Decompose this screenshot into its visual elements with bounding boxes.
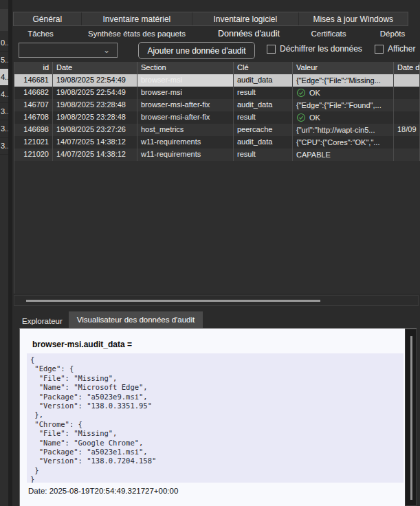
tab-d-p-ts[interactable]: Dépôts [365, 26, 420, 41]
cell-value[interactable]: OK [293, 87, 394, 99]
column-header-Section[interactable]: Section [137, 62, 234, 74]
viewer-tab-bar: ExplorateurVisualisateur des données d'a… [16, 311, 415, 329]
cell-date2[interactable] [394, 111, 420, 124]
show-checkbox[interactable]: Afficher [375, 44, 415, 54]
table-header-row[interactable]: idDateSectionCléValeurDate d [14, 62, 420, 74]
list-item[interactable]: 3.. [0, 120, 8, 138]
json-content: { "Edge": { "File": "Missing", "Name": "… [27, 353, 404, 483]
list-item[interactable]: 5.. [0, 52, 8, 69]
cell-id[interactable]: 121021 [14, 136, 53, 148]
cell-value-text: {"url":"http://wapt-cin5... [296, 124, 375, 136]
cell-value-text: OK [309, 87, 320, 99]
list-item[interactable]: 3.. [0, 103, 8, 120]
cell-value[interactable]: {"CPU":{"Cores":"OK","... [293, 136, 394, 148]
checkbox-box-icon[interactable] [375, 45, 384, 54]
list-item[interactable]: 4.. [0, 86, 8, 103]
tab-t-ches[interactable]: Tâches [13, 26, 68, 41]
chevron-down-icon[interactable]: ⌄ [103, 45, 110, 55]
column-header-Date d[interactable]: Date d [394, 62, 420, 74]
ok-check-icon [296, 113, 306, 122]
cell-value[interactable]: {"Edge":{"File":"Missing... [293, 74, 394, 87]
table-row[interactable]: 14670819/08/2025 23:28:48browser-msi-aft… [14, 111, 420, 124]
cell-date[interactable]: 14/07/2025 14:38:12 [53, 148, 137, 161]
tab-bar-primary: GénéralInventaire matérielInventaire log… [13, 12, 408, 26]
table-row[interactable]: 12102114/07/2025 14:38:12w11-requirement… [14, 136, 420, 148]
viewer-title: browser-msi.audit_data = [32, 340, 132, 349]
cell-id[interactable]: 146708 [14, 111, 53, 124]
tab-g-n-ral[interactable]: Général [14, 12, 82, 25]
cell-section[interactable]: host_metrics [137, 124, 234, 136]
column-header-Clé[interactable]: Clé [234, 62, 293, 74]
cell-key[interactable]: audit_data [234, 74, 293, 87]
column-header-Date[interactable]: Date [53, 62, 137, 74]
cell-key[interactable]: audit_data [234, 99, 293, 111]
cell-date[interactable]: 19/08/2025 23:28:48 [53, 111, 137, 124]
cell-section[interactable]: browser-msi [137, 74, 234, 87]
cell-date2[interactable] [394, 74, 420, 87]
table-row[interactable]: 14669819/08/2025 23:27:26host_metricspee… [14, 124, 420, 136]
list-item[interactable]: 4.. [0, 69, 8, 86]
audit-filter-combobox[interactable]: ⌄ [19, 43, 118, 58]
ok-check-icon [296, 88, 306, 98]
list-item[interactable]: 3.. [0, 138, 8, 155]
horizontal-scrollbar[interactable] [14, 295, 419, 306]
cell-key[interactable]: peercache [234, 124, 293, 136]
cell-value-text: {"Edge":{"File":"Missing... [296, 75, 381, 87]
cell-value[interactable]: {"Edge":{"File":"Found",... [293, 99, 394, 111]
tab-inventaire-logiciel[interactable]: Inventaire logiciel [192, 12, 298, 25]
cell-section[interactable]: browser-msi [137, 87, 234, 99]
vertical-scrollbar[interactable] [405, 329, 417, 506]
horizontal-scrollbar-thumb[interactable] [26, 300, 320, 302]
cell-date[interactable]: 19/08/2025 22:54:49 [53, 87, 137, 99]
cell-value[interactable]: CAPABLE [293, 148, 394, 161]
column-header-id[interactable]: id [14, 62, 53, 74]
cell-id[interactable]: 146707 [14, 99, 53, 111]
cell-date[interactable]: 19/08/2025 22:54:49 [53, 74, 137, 87]
tab-explorateur[interactable]: Explorateur [16, 314, 69, 329]
table-row[interactable]: 12102014/07/2025 14:38:12w11-requirement… [14, 148, 420, 161]
table-body: 14668119/08/2025 22:54:49browser-msiaudi… [14, 74, 420, 161]
cell-key[interactable]: result [234, 111, 293, 124]
cell-id[interactable]: 146681 [14, 74, 53, 87]
cell-value-text: {"CPU":{"Cores":"OK","... [296, 137, 379, 148]
tab-visualisateur-des-donn-es-d-audit[interactable]: Visualisateur des données d'audit [69, 311, 203, 329]
list-item[interactable]: 0.. [0, 34, 8, 52]
cell-value[interactable]: {"url":"http://wapt-cin5... [293, 124, 394, 136]
tab-bar-secondary: TâchesSynthèse états des paquetsDonnées … [13, 26, 420, 41]
cell-key[interactable]: result [234, 148, 293, 161]
cell-id[interactable]: 146682 [14, 87, 53, 99]
cell-id[interactable]: 121020 [14, 148, 53, 161]
left-strip-items: 0..5..4..4..3..3..3.. [0, 34, 8, 155]
column-header-Valeur[interactable]: Valeur [293, 62, 394, 74]
cell-section[interactable]: browser-msi-after-fix [137, 99, 234, 111]
table-row[interactable]: 14670719/08/2025 23:28:48browser-msi-aft… [14, 99, 420, 111]
cell-section[interactable]: w11-requirements [137, 148, 234, 161]
cell-date[interactable]: 14/07/2025 14:38:12 [53, 136, 137, 148]
cell-date2[interactable]: 18/09 [394, 124, 420, 136]
cell-key[interactable]: result [234, 87, 293, 99]
tab-donn-es-d-audit[interactable]: Données d'audit [206, 26, 292, 41]
cell-date2[interactable] [394, 99, 420, 111]
table-row[interactable]: 14668119/08/2025 22:54:49browser-msiaudi… [14, 74, 420, 87]
table-row[interactable]: 14668219/08/2025 22:54:49browser-msiresu… [14, 87, 420, 99]
cell-date[interactable]: 19/08/2025 23:28:48 [53, 99, 137, 111]
cell-date2[interactable] [394, 87, 420, 99]
cell-date2[interactable] [394, 136, 420, 148]
cell-date2[interactable] [394, 148, 420, 161]
cell-section[interactable]: browser-msi-after-fix [137, 111, 234, 124]
cell-id[interactable]: 146698 [14, 124, 53, 136]
audit-data-viewer-panel: browser-msi.audit_data = { "Edge": { "Fi… [19, 328, 417, 506]
tab-synth-se-tats-des-paquets[interactable]: Synthèse états des paquets [68, 26, 206, 41]
checkbox-box-icon[interactable] [267, 45, 276, 54]
tab-mises-jour-windows[interactable]: Mises à jour Windows [299, 12, 408, 25]
tab-certificats[interactable]: Certificats [292, 26, 365, 41]
vertical-scrollbar-thumb[interactable] [410, 336, 412, 500]
decrypt-data-checkbox[interactable]: Déchiffrer les données [267, 44, 362, 54]
tab-inventaire-mat-riel[interactable]: Inventaire matériel [82, 12, 192, 25]
cell-date[interactable]: 19/08/2025 23:27:26 [53, 124, 137, 136]
cell-key[interactable]: audit_data [234, 136, 293, 148]
add-audit-data-button[interactable]: Ajouter une donnée d'audit [138, 42, 255, 59]
cell-value[interactable]: OK [293, 111, 394, 124]
viewer-date-line: Date: 2025-08-19T20:54:49.321727+00:00 [28, 487, 178, 495]
cell-section[interactable]: w11-requirements [137, 136, 234, 148]
